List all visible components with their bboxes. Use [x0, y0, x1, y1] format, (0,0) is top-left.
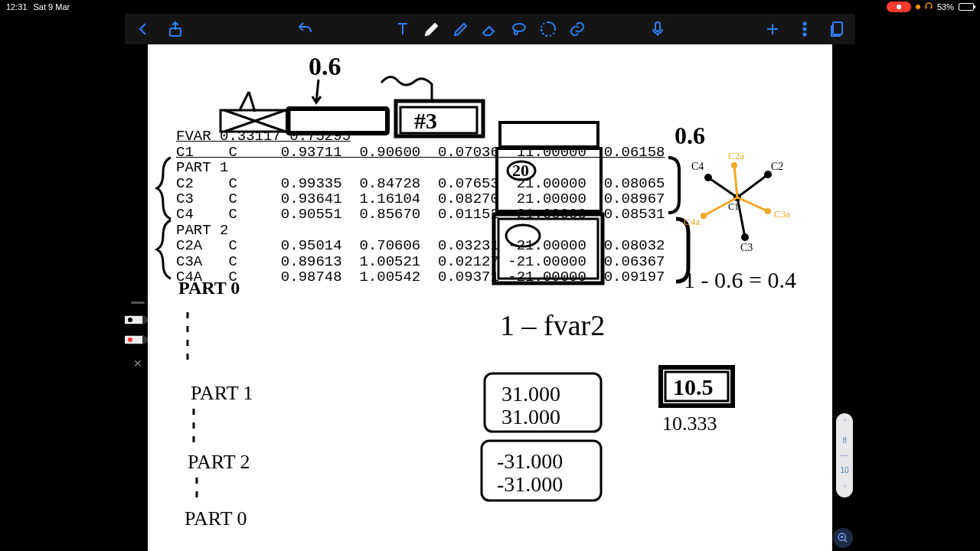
svg-point-20 [733, 194, 741, 201]
note-page[interactable]: FVAR 0.33117 0.75295 C1 C 0.93711 0.9060… [148, 44, 832, 551]
c4a-line: C4A C 0.98748 1.00542 0.09371 -21.00000 … [176, 269, 665, 285]
pen-black[interactable] [125, 313, 151, 327]
back-button[interactable] [134, 20, 152, 38]
status-time: 12:31 [6, 2, 28, 11]
fvar-line: FVAR 0.33117 0.75295 [176, 128, 351, 145]
page-sep [841, 455, 848, 456]
hand-part1-b: PART 1 [191, 382, 253, 404]
add-button[interactable] [763, 20, 782, 38]
hand-10.333: 10.333 [662, 412, 717, 435]
battery-icon [959, 3, 974, 11]
svg-text:C2: C2 [771, 161, 783, 172]
pages-button[interactable] [828, 20, 846, 38]
hand-neg31-a: -31.000 [497, 449, 563, 473]
svg-point-28 [765, 208, 771, 214]
svg-rect-0 [925, 7, 926, 9]
svg-rect-40 [485, 373, 601, 432]
page-scroll-rail[interactable]: ˄ 8 10 ˅ [836, 413, 853, 497]
eraser-tool-icon[interactable] [481, 20, 499, 38]
magnifier-plus-icon [837, 532, 849, 544]
hand-0.6-top: 0.6 [309, 52, 341, 80]
svg-line-23 [737, 174, 768, 197]
c1-line: C1 C 0.93711 0.90600 0.07036 11.00000 0.… [176, 144, 665, 161]
zoom-in-button[interactable] [833, 528, 853, 548]
svg-text:C3: C3 [740, 242, 753, 253]
chevron-up-icon[interactable]: ˄ [843, 418, 847, 426]
svg-rect-1 [930, 7, 932, 9]
c3-line: C3 C 0.93641 1.16104 0.08270 21.00000 0.… [176, 191, 665, 207]
svg-point-30 [701, 213, 707, 219]
svg-point-26 [741, 233, 749, 241]
hand-calc: 1 - 0.6 = 0.4 [684, 267, 796, 292]
svg-rect-5 [655, 22, 660, 31]
palette-close-icon[interactable]: ✕ [133, 357, 142, 370]
highlighter-tool-icon[interactable] [452, 20, 470, 38]
hand-part0-c: PART 0 [185, 507, 247, 530]
link-tool-icon[interactable] [568, 20, 586, 38]
svg-rect-41 [482, 441, 601, 500]
ios-status-bar: 12:31 Sat 9 Mar 53% [0, 0, 980, 14]
svg-text:C2a: C2a [728, 150, 744, 161]
c3a-line: C3A C 0.89613 1.00521 0.02127 -21.00000 … [176, 253, 665, 270]
shelx-code-block: FVAR 0.33117 0.75295 C1 C 0.93711 0.9060… [176, 113, 665, 285]
c2-line: C2 C 0.99335 0.84728 0.07653 21.00000 0.… [176, 175, 665, 192]
pen-tool-icon[interactable] [423, 20, 441, 38]
svg-line-29 [704, 197, 737, 216]
svg-text:C4: C4 [691, 161, 704, 172]
status-date: Sat 9 Mar [34, 2, 70, 11]
hand-part2-b: PART 2 [188, 451, 250, 473]
svg-rect-43 [665, 372, 728, 401]
text-tool-icon[interactable] [394, 20, 412, 38]
page-current: 8 [842, 436, 847, 445]
screen-record-pill[interactable] [887, 2, 911, 12]
svg-line-25 [737, 197, 745, 237]
part2-line: PART 2 [176, 222, 228, 239]
svg-point-8 [803, 33, 805, 35]
svg-point-7 [803, 28, 805, 30]
svg-rect-42 [661, 367, 733, 406]
svg-line-31 [734, 165, 737, 197]
mic-button[interactable] [648, 20, 667, 38]
pen-palette[interactable]: ✕ [125, 298, 151, 370]
lasso-tool-icon[interactable] [510, 20, 528, 38]
c2a-line: C2A C 0.95014 0.70606 0.03231 -21.00000 … [176, 237, 665, 254]
pen-red[interactable] [125, 333, 151, 347]
svg-point-24 [764, 171, 772, 178]
svg-text:C1: C1 [728, 201, 739, 212]
shape-tool-icon[interactable] [539, 20, 557, 38]
page-total: 10 [840, 466, 848, 474]
share-button[interactable] [166, 20, 185, 38]
orientation-lock-dot [916, 5, 920, 9]
svg-point-32 [731, 162, 737, 168]
hand-neg31-b: -31.000 [497, 472, 563, 496]
svg-text:C4a: C4a [684, 216, 700, 227]
battery-percent: 53% [937, 2, 954, 11]
chevron-down-icon[interactable]: ˅ [843, 484, 847, 493]
hand-31-a: 31.000 [501, 382, 560, 406]
undo-button[interactable] [296, 20, 315, 38]
svg-point-22 [704, 174, 712, 181]
hand-10.5: 10.5 [673, 374, 714, 399]
c4-line: C4 C 0.90551 0.85670 0.01152 21.00000 0.… [176, 206, 665, 223]
more-button[interactable] [795, 20, 814, 38]
app-toolbar [125, 14, 855, 44]
molecule-sketch: C4 C2 C3 C2a C3a C4a C1 [684, 150, 790, 253]
palette-grab-handle[interactable] [131, 302, 145, 304]
svg-point-6 [803, 22, 805, 24]
svg-text:C3a: C3a [774, 208, 790, 220]
part1-line: PART 1 [176, 159, 228, 176]
headphones-icon [925, 2, 933, 11]
svg-line-21 [708, 178, 737, 197]
svg-line-27 [737, 197, 768, 211]
hand-0.6-right: 0.6 [675, 122, 705, 149]
hand-fvar-expr: 1 – fvar2 [500, 309, 605, 341]
hand-31-b: 31.000 [501, 405, 560, 429]
svg-rect-9 [833, 22, 842, 34]
